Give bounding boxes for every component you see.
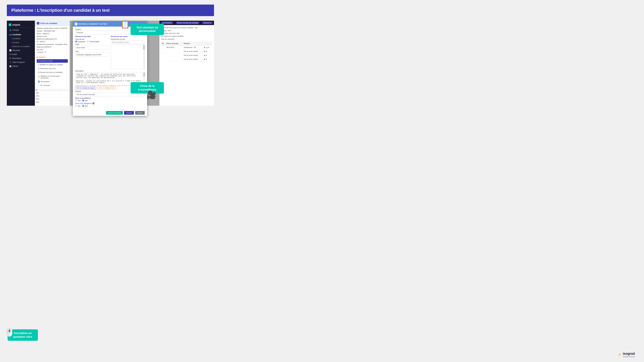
sidebar-item-clients[interactable]: 🏢 Clients [7,64,35,68]
list-button[interactable]: Revenir à la liste des candidats [176,22,199,24]
radio-personnalise-input[interactable] [87,41,89,43]
clients-icon: 🏢 [9,65,12,67]
sidebar-item-groupes[interactable]: › Groupes [7,41,35,45]
sidebar-label-candidats: Candidats [12,34,21,36]
rechercher-input[interactable] [111,41,145,44]
action-inscrire-icon: ☑ [38,60,40,62]
candidate-invitations: Invitation(s) envoyée(s) : Evaluation To… [37,43,68,48]
action-icon-settings[interactable]: ⚙ [206,55,207,56]
radio-catalogue[interactable]: Catalogue [75,41,86,43]
sidebar-item-parametres[interactable]: ⚙ Paramètres [7,56,35,60]
action-envoyer[interactable]: ✉ Envoyer les tests ou candidats [37,71,68,74]
action-icon-settings[interactable]: ⚙ [206,51,207,52]
surveillance-non-input[interactable] [82,99,84,101]
table-row: 1987 [35,92,69,94]
actions-title: ▶ Actions [37,56,68,58]
table-row: Pas de score calculé 🗑 ⚙ [161,50,212,54]
radio-catalogue-input[interactable] [75,41,77,43]
sidebar-item-emails[interactable]: ✉ Emails [7,52,35,56]
right-panel: ◄ Précédente Revenir à la liste des cand… [160,21,214,106]
inscrire-fermer-button[interactable]: Inscrire et fermer [106,111,123,115]
action-anon-label: Anonymiser [41,81,50,82]
plein-ecran-label: Plein écran obligatoire i [75,102,145,104]
action-envoyer-icon: ✉ [38,71,39,73]
actions-section: ▶ Actions ☑ Inscrire à un test ✎ Modifie… [35,55,70,89]
candidate-panel: 3 Fiche du candidat Madame Juliette Brun… [35,21,70,106]
inscrire-button[interactable]: Inscrire [124,111,134,115]
action-icon-trash[interactable]: 🗑 [204,55,205,56]
candidate-spe: spe_det : [37,48,68,51]
sujet-row: Sujet [75,43,109,49]
candidate-statut: Statut : Salarié () [37,32,68,35]
sidebar-item-compte[interactable]: 👤 Compte [7,28,35,32]
col-id: ID [35,89,57,91]
action-icon-trash[interactable]: 🗑 [204,51,205,52]
action-icon-trash[interactable]: 🗑 [204,47,205,48]
sidebar-item-candidats[interactable]: 👥 Candidats [7,33,35,37]
sidebar-label-compte: Compte [12,29,19,31]
sidebar-item-resultats[interactable]: 📊 Résultats [7,48,35,52]
surveillance-label: Avec e-surveillance [75,97,145,99]
test-input[interactable] [75,53,109,57]
plein-ecran-non[interactable]: Non [82,105,88,107]
action-icon-settings[interactable]: ⚙ [206,59,207,60]
info-icon: i [92,102,94,104]
cout-btn[interactable]: Cout : 2 crédits par test [97,87,116,89]
right-panel-header: ◄ Précédente Revenir à la liste des cand… [160,21,214,25]
next-button[interactable]: Suivante ► [202,22,212,24]
emails-icon: ✉ [9,53,11,55]
plein-ecran-non-label: Non [85,105,88,107]
plein-ecran-radios: Oui Non [75,105,145,107]
radio-personnalise[interactable]: Personnalisé [87,41,100,43]
camera-icon: 🎥 [146,90,156,100]
sujet-input[interactable] [75,46,109,49]
exemple-rapport-btn[interactable]: Voir un exemple de rapport [75,87,96,89]
surveillance-non-label: Non [85,100,88,101]
action-mdp[interactable]: 🔑 Attribuer un mot de passe temporaire [37,74,68,80]
scroll-thumb [143,45,144,50]
action-parametres[interactable]: ⚙ Paramètres des tests [37,67,68,70]
sidebar-label-chercher: › Chercher un candidat [11,45,30,48]
surveillance-oui-input[interactable] [75,99,77,101]
parametres-icon: ⚙ [9,57,11,59]
sidebar-item-aide[interactable]: ❓ Aide & Support [7,60,35,64]
test-row: Test [75,51,109,57]
plein-ecran-non-input[interactable] [82,105,84,107]
candidate-content: "content": "1" [37,51,68,54]
fermer-button[interactable]: Fermer [135,111,145,115]
recherche-filtre-title: Recherche par filtre [75,36,109,37]
sidebar-label-resultats: Résultats [12,49,20,52]
col-date [58,89,63,91]
surveillance-oui[interactable]: Oui [75,99,80,101]
action-modifier[interactable]: ✎ Modifier les détails du candidat [37,63,68,67]
description-label: Description [75,70,145,72]
sujet-label: Sujet [75,43,109,45]
action-connecter[interactable]: → Se connecter [37,84,68,87]
action-anonymiser[interactable]: 👤 Anonymiser [37,80,68,83]
action-param-icon: ⚙ [38,68,40,70]
action-icon-chart[interactable]: 📊 [206,47,208,48]
resultats-icon: 📊 [9,49,12,52]
inscription-modal: BG INSCRIRE LE CANDIDAT À UN TEST Langue… [73,22,147,116]
right-panel-text-3: reprendre plus tard : Non [161,32,212,35]
sidebar-logo: ii isograd [7,22,35,28]
full-table-col-id: ID [161,42,166,46]
plein-ecran-oui-input[interactable] [75,105,77,107]
desc-scroll-thumb [144,72,145,77]
sidebar-item-candidats-sub[interactable]: › Candidats [7,37,35,41]
sidebar-label-aide: Aide & Support [12,61,25,63]
surveillance-non[interactable]: Non [82,99,88,101]
table-row: 3765 [35,98,69,101]
compte-icon: 👤 [9,29,12,31]
plein-ecran-oui[interactable]: Oui [75,105,80,107]
action-param-label: Paramètres des tests [40,68,56,69]
sidebar-label-emails: Emails [12,53,17,55]
action-icon-trash[interactable]: 🗑 [204,59,205,60]
action-icon-settings[interactable]: ⚙ [208,47,209,48]
sidebar-label-candidats-sub: › Candidats [11,38,20,40]
sidebar-item-chercher[interactable]: › Chercher un candidat [7,45,35,48]
action-inscrire[interactable]: ☑ Inscrire à un test [37,59,68,63]
test-clipboard-icon: 📋 [120,20,130,29]
surveillance-row: Avec e-surveillance Oui Non [75,97,145,101]
radio-personnalise-label: Personnalisé [90,41,100,43]
